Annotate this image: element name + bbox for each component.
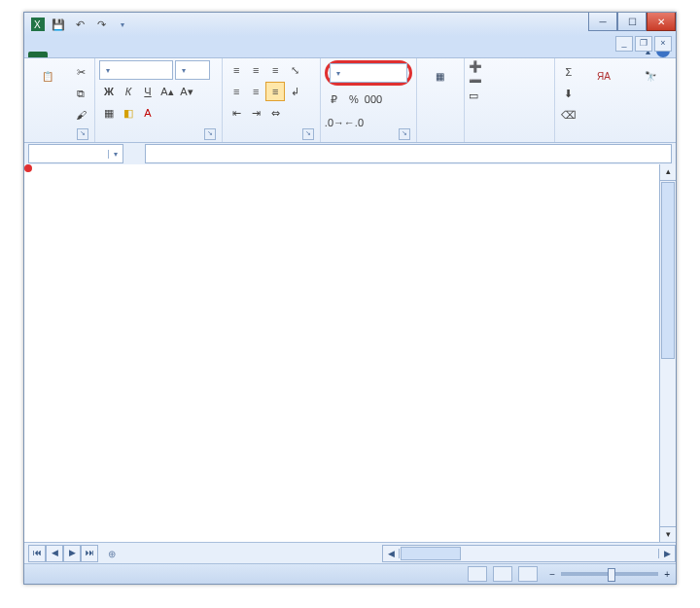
maximize-button[interactable]: ☐ bbox=[617, 13, 647, 31]
styles-icon: ▦ bbox=[427, 62, 454, 89]
zoom-out-button[interactable]: − bbox=[549, 569, 555, 580]
insert-cells-icon: ➕ bbox=[469, 60, 482, 73]
decrease-decimal-icon[interactable]: ←.0 bbox=[344, 113, 364, 132]
sort-icon: ЯА bbox=[590, 62, 617, 89]
percent-icon[interactable]: % bbox=[344, 89, 364, 109]
file-tab[interactable] bbox=[28, 52, 48, 57]
styles-button[interactable]: ▦ bbox=[421, 60, 460, 128]
orientation-icon[interactable]: ⤡ bbox=[285, 60, 304, 80]
chevron-down-icon[interactable]: ▾ bbox=[108, 150, 122, 159]
format-cells-icon: ▭ bbox=[469, 89, 478, 102]
scroll-down-icon[interactable]: ▾ bbox=[660, 526, 676, 543]
comma-icon[interactable]: 000 bbox=[364, 89, 383, 109]
page-layout-view-button[interactable] bbox=[493, 566, 512, 582]
align-left-icon[interactable]: ≡ bbox=[227, 82, 246, 101]
last-sheet-icon[interactable]: ⏭ bbox=[81, 545, 98, 562]
first-sheet-icon[interactable]: ⏮ bbox=[28, 545, 46, 562]
scroll-left-icon[interactable]: ◀ bbox=[383, 549, 400, 558]
underline-button[interactable]: Ч bbox=[138, 82, 158, 101]
worksheet-grid[interactable]: ▴ ▾ bbox=[24, 164, 676, 543]
workbook-restore-button[interactable]: ❐ bbox=[635, 36, 652, 52]
binoculars-icon: 🔭 bbox=[637, 62, 664, 89]
title-bar: X 💾 ↶ ↷ ▾ ─ ☐ ✕ bbox=[24, 13, 676, 36]
align-top-icon[interactable]: ≡ bbox=[227, 60, 246, 80]
formula-input[interactable] bbox=[145, 144, 672, 163]
paste-button[interactable]: 📋 bbox=[28, 60, 67, 139]
dialog-launcher-icon[interactable]: ↘ bbox=[204, 128, 216, 140]
align-middle-icon[interactable]: ≡ bbox=[246, 60, 265, 80]
decrease-indent-icon[interactable]: ⇤ bbox=[227, 103, 246, 123]
undo-icon[interactable]: ↶ bbox=[71, 16, 88, 33]
clipboard-icon: 📋 bbox=[34, 62, 61, 89]
scroll-up-icon[interactable]: ▴ bbox=[660, 164, 676, 181]
clear-icon[interactable]: ⌫ bbox=[559, 105, 578, 125]
grow-font-icon[interactable]: A▴ bbox=[158, 82, 177, 101]
minimize-button[interactable]: ─ bbox=[588, 13, 617, 31]
cut-icon[interactable]: ✂ bbox=[71, 62, 90, 82]
scroll-thumb[interactable] bbox=[401, 547, 461, 560]
excel-icon[interactable]: X bbox=[30, 17, 46, 32]
vertical-scrollbar[interactable]: ▴ ▾ bbox=[659, 164, 676, 543]
name-box[interactable]: ▾ bbox=[28, 144, 123, 163]
fill-icon[interactable]: ⬇ bbox=[559, 84, 578, 103]
svg-text:X: X bbox=[34, 19, 41, 30]
number-format-combo[interactable]: ▾ bbox=[330, 63, 407, 83]
shrink-font-icon[interactable]: A▾ bbox=[177, 82, 196, 101]
font-color-icon[interactable]: A bbox=[138, 103, 158, 123]
close-button[interactable]: ✕ bbox=[647, 13, 676, 31]
new-sheet-icon[interactable]: ⊕ bbox=[102, 547, 122, 561]
page-break-view-button[interactable] bbox=[518, 566, 538, 582]
merge-icon[interactable]: ⇔ bbox=[265, 103, 285, 123]
workbook-minimize-button[interactable]: _ bbox=[615, 36, 633, 52]
ribbon: 📋 ✂ ⧉ 🖌 ↘ ▾ ▾ Ж К bbox=[24, 57, 676, 143]
italic-button[interactable]: К bbox=[119, 82, 138, 101]
qat-customize-icon[interactable]: ▾ bbox=[114, 16, 131, 33]
align-center-icon[interactable]: ≡ bbox=[246, 82, 265, 101]
bold-button[interactable]: Ж bbox=[99, 82, 119, 101]
borders-icon[interactable]: ▦ bbox=[99, 103, 119, 123]
horizontal-scrollbar[interactable]: ◀ ▶ bbox=[382, 545, 676, 562]
dialog-launcher-icon[interactable]: ↘ bbox=[77, 128, 88, 140]
delete-cells-icon: ➖ bbox=[469, 75, 482, 88]
fill-color-icon[interactable]: ◧ bbox=[119, 103, 138, 123]
copy-icon[interactable]: ⧉ bbox=[71, 84, 90, 103]
sort-filter-button[interactable]: ЯА bbox=[582, 60, 625, 139]
zoom-slider[interactable] bbox=[561, 572, 658, 576]
zoom-in-button[interactable]: + bbox=[664, 569, 670, 580]
increase-decimal-icon[interactable]: .0→ bbox=[325, 113, 344, 132]
autosum-icon[interactable]: Σ bbox=[559, 62, 578, 82]
formula-bar: ▾ bbox=[24, 143, 676, 165]
workbook-close-button[interactable]: × bbox=[654, 36, 672, 52]
save-icon[interactable]: 💾 bbox=[50, 16, 67, 33]
sheet-tab-bar: ⏮ ◀ ▶ ⏭ ⊕ ◀ ▶ bbox=[24, 542, 676, 564]
font-size-combo[interactable]: ▾ bbox=[175, 60, 210, 80]
format-painter-icon[interactable]: 🖌 bbox=[71, 105, 90, 125]
find-select-button[interactable]: 🔭 bbox=[629, 60, 672, 139]
dialog-launcher-icon[interactable]: ↘ bbox=[399, 128, 410, 140]
align-right-icon[interactable]: ≡ bbox=[265, 82, 285, 101]
align-bottom-icon[interactable]: ≡ bbox=[265, 60, 285, 80]
currency-icon[interactable]: ₽ bbox=[325, 89, 344, 109]
wrap-text-icon[interactable]: ↲ bbox=[285, 82, 304, 101]
redo-icon[interactable]: ↷ bbox=[92, 16, 110, 33]
font-name-combo[interactable]: ▾ bbox=[99, 60, 173, 80]
dialog-launcher-icon[interactable]: ↘ bbox=[302, 128, 314, 140]
prev-sheet-icon[interactable]: ◀ bbox=[46, 545, 63, 562]
normal-view-button[interactable] bbox=[468, 566, 487, 582]
status-bar: − + bbox=[24, 563, 676, 584]
ribbon-tabs: ▴ bbox=[24, 36, 676, 57]
scroll-thumb[interactable] bbox=[661, 182, 675, 359]
increase-indent-icon[interactable]: ⇥ bbox=[246, 103, 265, 123]
quick-access-toolbar: X 💾 ↶ ↷ ▾ bbox=[24, 16, 137, 33]
scroll-right-icon[interactable]: ▶ bbox=[658, 549, 675, 558]
next-sheet-icon[interactable]: ▶ bbox=[63, 545, 81, 562]
